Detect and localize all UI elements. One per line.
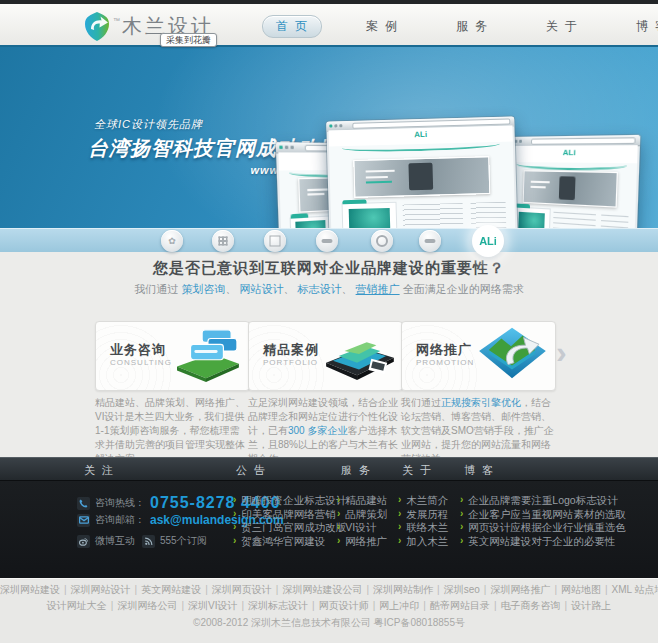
bottom-link[interactable]: 设计网址大全 xyxy=(47,600,107,611)
bottom-link[interactable]: 网页设计师 xyxy=(308,600,369,611)
bottom-link[interactable]: 深圳网站制作 xyxy=(362,584,433,595)
footer-link[interactable]: ›网页设计应根据企业行业慎重选色 xyxy=(460,521,626,534)
footer-link[interactable]: ›企业品牌需要注重Logo标志设计 xyxy=(460,494,626,507)
chevron-right-icon: › xyxy=(233,494,236,506)
bottom-link[interactable]: 酷帝网站目录 xyxy=(419,600,490,611)
footer-link[interactable]: ›企业客户应当重视网站素材的选取 xyxy=(460,508,626,521)
footer-link-label: 联络木兰 xyxy=(406,521,448,533)
footer-col-title-blog: 博客 xyxy=(464,463,500,478)
footer-link[interactable]: ›贺鑫鸿华官网建设 xyxy=(233,535,346,548)
bottom-link[interactable]: 深圳seo xyxy=(433,584,480,595)
nav-item-home[interactable]: 首页 xyxy=(262,15,322,38)
chevron-right-icon: › xyxy=(398,508,401,520)
footer-link[interactable]: ›加入木兰 xyxy=(398,535,448,548)
url-bar xyxy=(531,137,636,145)
window-buttons-icon xyxy=(329,124,342,127)
webpage-hero-image xyxy=(353,156,490,198)
rss-row[interactable]: 555个订阅 xyxy=(142,534,207,548)
card-title: 精品案例 xyxy=(263,341,319,359)
card-consulting[interactable]: 业务咨询 CONSULTING xyxy=(95,321,250,391)
copyright: ©2008-2012 深圳木兰信息技术有限公司 粤ICP备08018855号 xyxy=(0,616,658,630)
bottom-link[interactable]: 深圳网络推广 xyxy=(480,584,551,595)
footer-link-label: 英文网站建设对于企业的必要性 xyxy=(468,535,615,547)
footer-link[interactable]: ›英文网站建设对于企业的必要性 xyxy=(460,535,626,548)
footer-link[interactable]: ›印美客品牌网络营销 xyxy=(233,508,346,521)
bottom-link[interactable]: 网上冲印 xyxy=(369,600,420,611)
footer-link[interactable]: ›发展历程 xyxy=(398,508,448,521)
nav-item-about[interactable]: 关于 xyxy=(532,15,592,38)
client-logo-1[interactable]: ✿ xyxy=(161,230,183,252)
inline-link[interactable]: 300 多家企业 xyxy=(288,425,347,436)
footer-link-label: 明瞳投资企业标志设计 xyxy=(241,494,346,506)
card-promotion[interactable]: 网络推广 PROMOTION xyxy=(401,321,556,391)
client-logo-6[interactable] xyxy=(419,230,441,252)
hero-banner[interactable]: ALi ALi xyxy=(0,45,658,228)
footer-link[interactable]: ›品牌策划 xyxy=(337,508,387,521)
bottom-link[interactable]: 深圳网站设计 xyxy=(60,584,131,595)
footer-col-title-services: 服务 xyxy=(341,463,377,478)
bottom-link[interactable]: XML 站点地图 xyxy=(601,584,658,595)
client-logo-5[interactable] xyxy=(371,230,393,252)
bottom-link[interactable]: 电子商务咨询 xyxy=(490,600,561,611)
webpage-panel xyxy=(601,211,628,228)
webpage-panel xyxy=(402,200,464,228)
footer-link[interactable]: ›VI设计 xyxy=(337,521,387,534)
client-logo-4[interactable] xyxy=(316,230,338,252)
card-description: 立足深圳网站建设领域，结合企业品牌理念和网站定位进行个性化设计，已有300 多家… xyxy=(248,396,401,466)
footer-link[interactable]: ›木兰简介 xyxy=(398,494,448,507)
inline-link[interactable]: 正规搜索引擎优化 xyxy=(441,397,521,408)
client-logo-ali-active[interactable]: ALi xyxy=(472,225,504,257)
webpage-preview: ALi xyxy=(328,125,515,228)
footer-link[interactable]: ›精品建站 xyxy=(337,494,387,507)
footer-link-label: 品牌策划 xyxy=(345,508,387,520)
bottom-link[interactable]: 深圳网站建设 xyxy=(0,584,60,595)
bottom-link[interactable]: 深圳网络公司 xyxy=(107,600,178,611)
bottom-link[interactable]: 深圳标志设计 xyxy=(238,600,309,611)
client-logo-2[interactable] xyxy=(212,230,234,252)
bottom-link[interactable]: 英文网站建设 xyxy=(131,584,202,595)
hotline-label: 咨询热线： xyxy=(95,496,145,510)
logo-leaf-icon xyxy=(82,11,112,42)
collect-to-huaban-button[interactable]: 采集到花瓣 xyxy=(160,33,217,47)
bottom-link[interactable]: 设计路上 xyxy=(561,600,612,611)
main-nav: 首页 案例 服务 关于 博客 xyxy=(262,15,658,38)
link-webdesign[interactable]: 网站设计 xyxy=(239,283,283,295)
nav-item-cases[interactable]: 案例 xyxy=(352,15,412,38)
card-title: 网络推广 xyxy=(416,341,472,359)
seo-links-row-1: 深圳网站建设深圳网站设计英文网站建设深圳网页设计深圳网站建设公司深圳网站制作深圳… xyxy=(0,583,658,597)
card-portfolio[interactable]: 精品案例 PORTFOLIO xyxy=(248,321,403,391)
ali-logo: ALi xyxy=(414,130,427,139)
nav-item-services[interactable]: 服务 xyxy=(442,15,502,38)
footer-link[interactable]: ›联络木兰 xyxy=(398,521,448,534)
footer-services-list: ›精品建站›品牌策划›VI设计›网络推广 xyxy=(337,494,387,548)
client-logo-3[interactable] xyxy=(264,230,286,252)
leaf-logo-icon: ✿ xyxy=(168,236,176,246)
bottom-link[interactable]: 网站地图 xyxy=(550,584,601,595)
nav-item-blog[interactable]: 博客 xyxy=(622,15,658,38)
ring-logo-icon xyxy=(376,235,388,247)
footer-link[interactable]: ›贺三门岛官网成功改版 xyxy=(233,521,346,534)
link-promotion[interactable]: 营销推广 xyxy=(356,283,400,295)
consulting-illustration-icon xyxy=(167,324,245,386)
link-logodesign[interactable]: 标志设计 xyxy=(298,283,342,295)
page-root: ™ 木兰设计 首页 案例 服务 关于 博客 采集到花瓣 ALi xyxy=(0,0,658,643)
carousel-next-icon[interactable]: › xyxy=(556,336,567,368)
card-description: 我们通过正规搜索引擎优化，结合论坛营销、博客营销、邮件营销、软文营销及SMO营销… xyxy=(401,396,554,466)
weibo-row[interactable]: 微博互动 xyxy=(77,534,135,548)
chevron-right-icon: › xyxy=(460,508,463,520)
bottom-link[interactable]: 深圳VI设计 xyxy=(177,600,237,611)
intro-heading: 您是否已意识到互联网对企业品牌建设的重要性？ xyxy=(0,259,658,278)
chevron-right-icon: › xyxy=(337,521,340,533)
footer-link[interactable]: ›网络推广 xyxy=(337,535,387,548)
footer-link-label: 网页设计应根据企业行业慎重选色 xyxy=(468,521,626,533)
wordmark-logo-icon xyxy=(322,239,333,243)
link-planning[interactable]: 策划咨询 xyxy=(181,283,225,295)
rss-label: 555个订阅 xyxy=(160,534,207,548)
bottom-link[interactable]: 深圳网页设计 xyxy=(201,584,272,595)
webpage-panel xyxy=(513,207,550,228)
seo-links-row-2: 设计网址大全深圳网络公司深圳VI设计深圳标志设计网页设计师网上冲印酷帝网站目录电… xyxy=(0,599,658,613)
bottom-link[interactable]: 深圳网站建设公司 xyxy=(272,584,363,595)
footer-blog-list: ›企业品牌需要注重Logo标志设计›企业客户应当重视网站素材的选取›网页设计应根… xyxy=(460,494,626,548)
card-subtitle: CONSULTING xyxy=(110,358,172,367)
footer-link[interactable]: ›明瞳投资企业标志设计 xyxy=(233,494,346,507)
